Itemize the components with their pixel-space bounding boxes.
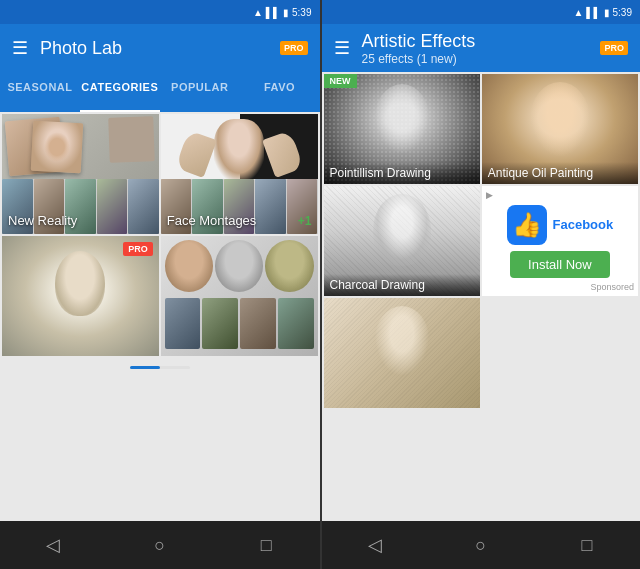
back-button[interactable]: ◁ <box>29 521 77 569</box>
right-app-subtitle: 25 effects (1 new) <box>362 52 589 66</box>
right-content-area: NEW Pointillism Drawing Antique Oil Pain… <box>322 72 641 521</box>
right-app-bar: ☰ Artistic Effects 25 effects (1 new) PR… <box>322 24 641 72</box>
right-battery-icon: ▮ <box>604 7 610 18</box>
effect-bottom-sketch[interactable] <box>324 298 480 408</box>
battery-icon: ▮ <box>283 7 289 18</box>
install-now-button[interactable]: Install Now <box>510 251 610 278</box>
antique-label: Antique Oil Painting <box>482 162 638 184</box>
wifi-icon: ▲ <box>253 7 263 18</box>
hamburger-icon[interactable]: ☰ <box>12 37 28 59</box>
new-badge: NEW <box>324 74 357 88</box>
right-back-button[interactable]: ◁ <box>351 521 399 569</box>
category-new-reality[interactable]: New Reality <box>2 114 159 234</box>
left-pro-badge[interactable]: PRO <box>280 41 308 55</box>
right-signal-icon: ▌▌ <box>586 7 600 18</box>
right-time: 5:39 <box>613 7 632 18</box>
left-nav-tabs: SEASONAL CATEGORIES POPULAR FAVO <box>0 72 320 112</box>
right-recents-button[interactable]: □ <box>563 521 611 569</box>
ad-block[interactable]: ▶ 👍 Facebook Install Now Sponsored <box>482 186 638 296</box>
category-face-montages[interactable]: Face Montages +1 <box>161 114 318 234</box>
right-hamburger-icon[interactable]: ☰ <box>334 37 350 59</box>
effect-antique[interactable]: Antique Oil Painting <box>482 74 638 184</box>
left-app-title: Photo Lab <box>40 38 268 59</box>
pointillism-label: Pointillism Drawing <box>324 162 480 184</box>
bottom-sketch-image <box>324 298 480 408</box>
pro-badge-overlay: PRO <box>123 242 153 256</box>
right-status-bar: ▲ ▌▌ ▮ 5:39 <box>322 0 641 24</box>
left-content-area: New Reality <box>0 112 320 521</box>
left-status-bar: ▲ ▌▌ ▮ 5:39 <box>0 0 320 24</box>
charcoal-label: Charcoal Drawing <box>324 274 480 296</box>
left-time: 5:39 <box>292 7 311 18</box>
left-app-bar: ☰ Photo Lab PRO <box>0 24 320 72</box>
right-wifi-icon: ▲ <box>573 7 583 18</box>
home-button[interactable]: ○ <box>136 521 184 569</box>
tab-categories[interactable]: CATEGORIES <box>80 72 160 112</box>
right-pro-badge[interactable]: PRO <box>600 41 628 55</box>
left-phone-screen: ▲ ▌▌ ▮ 5:39 ☰ Photo Lab PRO SEASONAL CAT… <box>0 0 320 569</box>
fb-icon: 👍 Facebook <box>507 205 614 245</box>
right-status-icons: ▲ ▌▌ ▮ 5:39 <box>573 7 632 18</box>
right-app-title: Artistic Effects <box>362 31 589 52</box>
category-pro-item[interactable]: PRO <box>2 236 159 356</box>
tab-seasonal[interactable]: SEASONAL <box>0 72 80 112</box>
tab-popular[interactable]: POPULAR <box>160 72 240 112</box>
ad-indicator: ▶ <box>486 190 493 200</box>
right-bottom-nav: ◁ ○ □ <box>322 521 641 569</box>
new-reality-label: New Reality <box>8 213 77 228</box>
tab-favo[interactable]: FAVO <box>240 72 320 112</box>
effect-pointillism[interactable]: NEW Pointillism Drawing <box>324 74 480 184</box>
signal-icon: ▌▌ <box>266 7 280 18</box>
scroll-indicator-container <box>0 358 320 377</box>
face-montages-count: +1 <box>298 214 312 228</box>
left-bottom-nav: ◁ ○ □ <box>0 521 320 569</box>
category-item-4[interactable] <box>161 236 318 356</box>
scroll-thumb <box>130 366 160 369</box>
scroll-indicator <box>130 366 190 369</box>
recents-button[interactable]: □ <box>242 521 290 569</box>
effect-charcoal[interactable]: Charcoal Drawing <box>324 186 480 296</box>
right-phone-screen: ▲ ▌▌ ▮ 5:39 ☰ Artistic Effects 25 effect… <box>321 0 641 569</box>
categories-grid: New Reality <box>0 112 320 358</box>
effects-grid: NEW Pointillism Drawing Antique Oil Pain… <box>322 72 641 410</box>
ad-title: Facebook <box>553 217 614 232</box>
face-montages-label: Face Montages <box>167 213 257 228</box>
right-home-button[interactable]: ○ <box>457 521 505 569</box>
left-status-icons: ▲ ▌▌ ▮ 5:39 <box>253 7 312 18</box>
sponsored-label: Sponsored <box>590 282 634 292</box>
